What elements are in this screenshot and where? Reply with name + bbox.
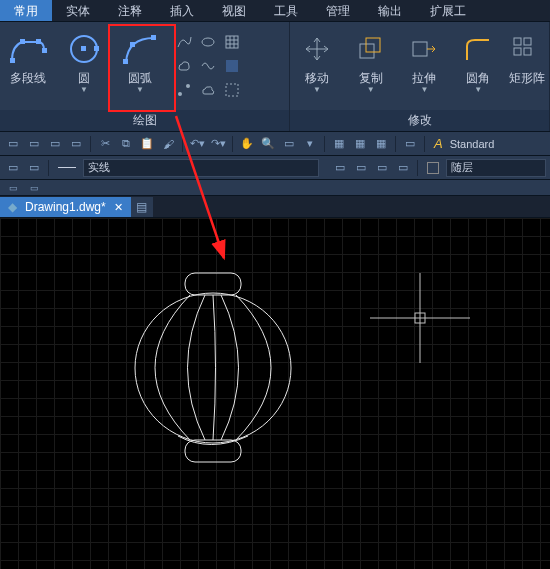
- menu-tab-manage[interactable]: 管理: [312, 0, 364, 21]
- svg-rect-18: [413, 42, 427, 56]
- tool-icon[interactable]: ▭: [67, 135, 85, 153]
- tool-icon[interactable]: ▭: [331, 159, 349, 177]
- undo-icon[interactable]: ↶▾: [188, 135, 206, 153]
- svg-rect-8: [130, 42, 135, 47]
- svg-rect-15: [226, 84, 238, 96]
- svg-rect-2: [36, 39, 41, 44]
- svg-rect-11: [226, 36, 238, 48]
- spline-icon[interactable]: [174, 32, 194, 52]
- draw-panel-title: 绘图: [0, 110, 289, 131]
- chevron-down-icon: ▼: [474, 85, 482, 94]
- chevron-down-icon: ▼: [136, 85, 144, 94]
- svg-point-25: [135, 293, 291, 443]
- paste-icon[interactable]: 📋: [138, 135, 156, 153]
- chevron-down-icon: ▼: [313, 85, 321, 94]
- ellipse-icon[interactable]: [198, 32, 218, 52]
- modify-panel-title: 修改: [290, 110, 549, 131]
- redo-icon[interactable]: ↷▾: [209, 135, 227, 153]
- tool-icon[interactable]: ▾: [301, 135, 319, 153]
- tool-icon[interactable]: ▭: [4, 135, 22, 153]
- array-tool[interactable]: 矩形阵: [505, 28, 549, 89]
- menu-tab-ext[interactable]: 扩展工: [416, 0, 480, 21]
- pan-icon[interactable]: ✋: [238, 135, 256, 153]
- tool-icon[interactable]: ▭: [394, 159, 412, 177]
- doc-icon: ◆: [8, 200, 17, 214]
- svg-point-14: [186, 84, 190, 88]
- ribbon-panel-draw: 多段线 圆 ▼ 圆弧 ▼: [0, 22, 290, 131]
- arc-icon: [118, 30, 162, 68]
- menu-tab-solid[interactable]: 实体: [52, 0, 104, 21]
- menu-bar: 常用 实体 注释 插入 视图 工具 管理 输出 扩展工: [0, 0, 550, 22]
- svg-rect-3: [42, 48, 47, 53]
- move-tool[interactable]: 移动 ▼: [290, 28, 344, 96]
- svg-rect-5: [81, 46, 86, 51]
- zoom-icon[interactable]: 🔍: [259, 135, 277, 153]
- tool-icon[interactable]: ▭: [46, 135, 64, 153]
- tool-icon[interactable]: ▭: [373, 159, 391, 177]
- tool-icon[interactable]: ▦: [372, 135, 390, 153]
- move-icon: [295, 30, 339, 68]
- svg-rect-23: [185, 273, 241, 295]
- polyline-tool[interactable]: 多段线: [0, 28, 56, 89]
- svg-rect-1: [20, 39, 25, 44]
- tool-icon[interactable]: ▦: [351, 135, 369, 153]
- close-icon[interactable]: ✕: [114, 201, 123, 214]
- svg-rect-0: [10, 58, 15, 63]
- layer-color-swatch: [427, 162, 439, 174]
- region-icon[interactable]: [198, 56, 218, 76]
- document-tab-label: Drawing1.dwg*: [25, 200, 106, 214]
- point-icon[interactable]: [174, 80, 194, 100]
- layer-dropdown[interactable]: 随层: [446, 159, 546, 177]
- svg-rect-16: [360, 44, 374, 58]
- boundary-icon[interactable]: [222, 80, 242, 100]
- menu-tab-annotate[interactable]: 注释: [104, 0, 156, 21]
- svg-rect-21: [514, 48, 521, 55]
- copy-icon[interactable]: ⧉: [117, 135, 135, 153]
- tool-icon[interactable]: ▭: [25, 159, 43, 177]
- stretch-icon: [402, 30, 446, 68]
- textstyle-value[interactable]: Standard: [450, 138, 495, 150]
- svg-rect-22: [524, 48, 531, 55]
- linetype-dropdown[interactable]: 实线: [83, 159, 319, 177]
- menu-tab-tools[interactable]: 工具: [260, 0, 312, 21]
- tool-icon[interactable]: ▦: [330, 135, 348, 153]
- fillet-tool[interactable]: 圆角 ▼: [451, 28, 505, 96]
- cut-icon[interactable]: ✂: [96, 135, 114, 153]
- fillet-icon: [456, 30, 500, 68]
- gradient-icon[interactable]: [222, 56, 242, 76]
- svg-rect-7: [123, 59, 128, 64]
- drawing-canvas[interactable]: [0, 218, 550, 569]
- svg-rect-17: [366, 38, 380, 52]
- menu-tab-output[interactable]: 输出: [364, 0, 416, 21]
- ribbon-panel-modify: 移动 ▼ 复制 ▼ 拉伸 ▼ 圆角 ▼: [290, 22, 550, 131]
- ribbon: 多段线 圆 ▼ 圆弧 ▼: [0, 22, 550, 132]
- new-tab-button[interactable]: ▤: [131, 197, 153, 217]
- linetype-value: 实线: [88, 160, 110, 175]
- tool-icon[interactable]: ▭: [401, 135, 419, 153]
- polyline-icon: [6, 30, 50, 68]
- revcloud-icon[interactable]: [174, 56, 194, 76]
- tool-icon[interactable]: ▭: [25, 179, 43, 197]
- crosshair-cursor: [370, 273, 470, 363]
- copy-tool[interactable]: 复制 ▼: [344, 28, 398, 96]
- tool-icon[interactable]: ▭: [25, 135, 43, 153]
- document-tabstrip: ◆ Drawing1.dwg* ✕ ▤: [0, 196, 550, 218]
- quick-access-toolbar: ▭ ▭ ▭ ▭ ✂ ⧉ 📋 🖌 ↶▾ ↷▾ ✋ 🔍 ▭ ▾ ▦ ▦ ▦ ▭ A …: [0, 132, 550, 156]
- tool-icon[interactable]: ▭: [4, 179, 22, 197]
- menu-tab-view[interactable]: 视图: [208, 0, 260, 21]
- brush-icon[interactable]: 🖌: [159, 135, 177, 153]
- draw-small-tools: [168, 28, 248, 104]
- tool-icon[interactable]: ▭: [280, 135, 298, 153]
- cloud-icon[interactable]: [198, 80, 218, 100]
- document-tab[interactable]: ◆ Drawing1.dwg* ✕: [0, 197, 131, 217]
- stretch-tool[interactable]: 拉伸 ▼: [398, 28, 452, 96]
- menu-tab-common[interactable]: 常用: [0, 0, 52, 21]
- circle-tool[interactable]: 圆 ▼: [56, 28, 112, 96]
- tool-icon[interactable]: ▭: [4, 159, 22, 177]
- arc-tool[interactable]: 圆弧 ▼: [112, 28, 168, 96]
- tool-icon[interactable]: ▭: [352, 159, 370, 177]
- hatch-icon[interactable]: [222, 32, 242, 52]
- menu-tab-insert[interactable]: 插入: [156, 0, 208, 21]
- rect-array-icon: [505, 30, 549, 68]
- textstyle-icon[interactable]: A: [434, 136, 443, 151]
